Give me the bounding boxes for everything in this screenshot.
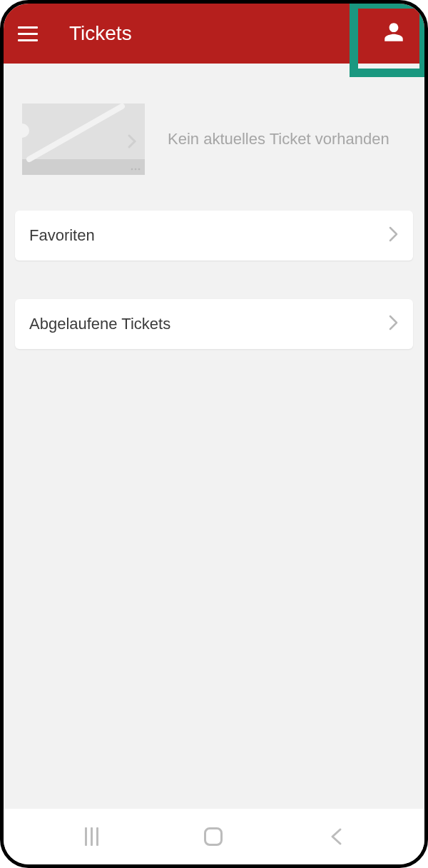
main-content: Kein aktuelles Ticket vorhanden Favorite… [4,64,424,349]
expired-tickets-row[interactable]: Abgelaufene Tickets [15,299,413,349]
favorites-label: Favoriten [29,226,95,245]
android-back-button[interactable] [329,827,343,847]
chevron-right-icon [389,315,399,333]
svg-point-5 [138,168,141,171]
android-home-button[interactable] [204,827,223,846]
svg-point-4 [135,168,137,171]
page-title: Tickets [69,22,132,45]
android-nav-bar [4,809,424,864]
menu-icon[interactable] [18,22,41,45]
profile-icon [382,20,406,44]
ticket-stub-icon [22,104,145,175]
no-ticket-text: Kein aktuelles Ticket vorhanden [168,128,389,150]
svg-point-3 [131,168,133,171]
app-header: Tickets [4,4,424,64]
android-recent-button[interactable] [85,827,98,846]
profile-button[interactable] [382,20,406,47]
svg-rect-1 [22,159,145,175]
favorites-row[interactable]: Favoriten [15,211,413,261]
expired-tickets-label: Abgelaufene Tickets [29,315,170,333]
device-frame: Tickets Kein aktuelles Ticke [0,0,428,868]
no-ticket-placeholder: Kein aktuelles Ticket vorhanden [15,64,413,211]
chevron-right-icon [389,226,399,245]
